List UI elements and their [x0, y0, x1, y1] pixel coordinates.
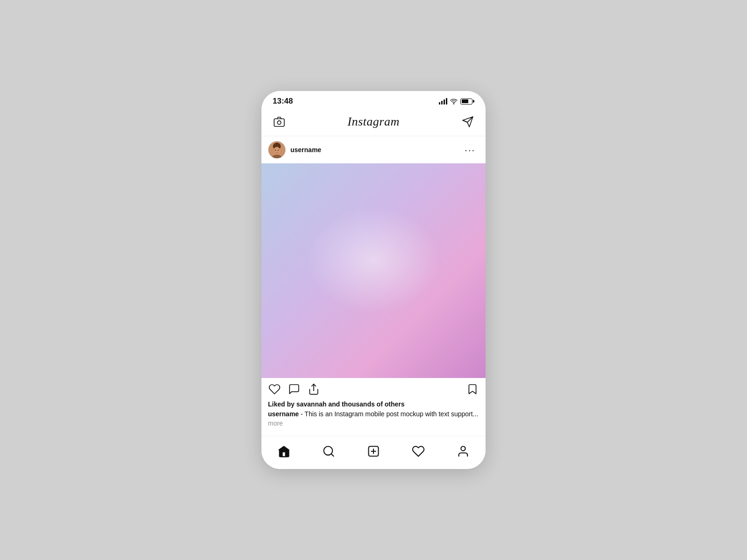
svg-point-7	[275, 150, 276, 151]
home-icon	[277, 445, 290, 458]
send-icon	[462, 116, 474, 128]
caption-username[interactable]: username	[268, 410, 299, 418]
caption-more[interactable]: more	[268, 420, 283, 427]
svg-point-0	[453, 104, 454, 104]
svg-rect-1	[274, 119, 284, 126]
camera-button[interactable]	[271, 113, 288, 130]
avatar-image	[268, 141, 285, 159]
heart-nav-icon	[412, 445, 425, 458]
like-button[interactable]	[268, 383, 281, 396]
wifi-icon	[450, 98, 458, 105]
status-bar: 13:48	[261, 91, 486, 110]
phone-frame: 13:48	[261, 91, 486, 469]
profile-icon	[457, 445, 470, 458]
svg-rect-11	[282, 452, 286, 457]
share-icon	[308, 383, 320, 395]
svg-point-17	[461, 446, 465, 450]
post-header: username ···	[261, 136, 486, 163]
instagram-logo: Instagram	[347, 115, 399, 129]
add-post-button[interactable]	[363, 441, 384, 462]
search-nav-button[interactable]	[318, 441, 339, 462]
more-options-button[interactable]: ···	[461, 143, 479, 156]
status-icons	[439, 98, 474, 105]
status-time: 13:48	[273, 97, 293, 106]
svg-point-2	[277, 121, 281, 125]
svg-point-8	[278, 150, 279, 151]
direct-message-button[interactable]	[459, 113, 476, 130]
profile-nav-button[interactable]	[453, 441, 473, 462]
svg-point-6	[274, 147, 280, 154]
post-username[interactable]: username	[290, 146, 321, 154]
bottom-nav	[261, 436, 486, 469]
camera-icon	[273, 116, 285, 128]
svg-line-13	[331, 454, 333, 456]
share-button[interactable]	[307, 383, 320, 396]
caption-text: username - This is an Instagram mobile p…	[268, 410, 479, 428]
activity-nav-button[interactable]	[408, 441, 429, 462]
bookmark-icon	[466, 383, 479, 395]
post-image	[261, 163, 486, 378]
post-user-info: username	[268, 141, 321, 159]
avatar[interactable]	[268, 141, 286, 159]
signal-bars-icon	[439, 98, 447, 105]
top-nav: Instagram	[261, 110, 486, 136]
action-icons-left	[268, 383, 320, 396]
likes-text: Liked by savannah and thousands of other…	[268, 400, 479, 408]
post-actions	[261, 378, 486, 399]
home-nav-button[interactable]	[274, 441, 294, 462]
caption-body: - This is an Instagram mobile post mocku…	[299, 410, 478, 418]
search-icon	[322, 445, 335, 458]
heart-outline-icon	[268, 383, 281, 395]
comment-icon	[288, 383, 300, 395]
battery-icon	[460, 98, 474, 105]
comment-button[interactable]	[288, 383, 301, 396]
post-info: Liked by savannah and thousands of other…	[261, 399, 486, 435]
save-button[interactable]	[466, 383, 479, 396]
add-icon	[367, 445, 380, 458]
